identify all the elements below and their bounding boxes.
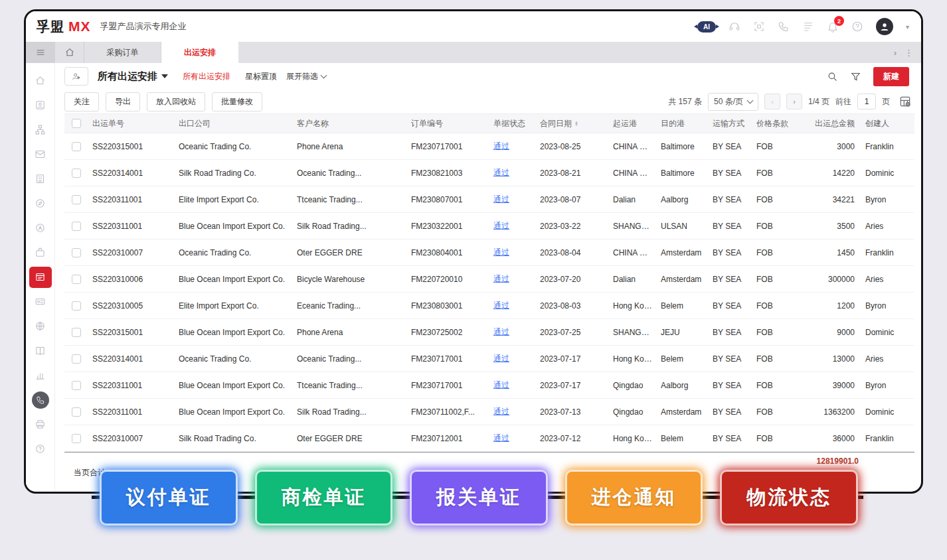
status-link[interactable]: 通过 [493, 380, 509, 389]
chevron-down-icon[interactable]: ▾ [906, 23, 909, 31]
table-row[interactable]: SS220315001 Blue Ocean Import Export Co.… [64, 319, 914, 346]
expand-filter-toggle[interactable]: 展开筛选 [286, 71, 326, 82]
toolbar-action-button[interactable]: 导出 [106, 92, 140, 111]
status-link[interactable]: 通过 [493, 433, 509, 443]
toolbar-action-button[interactable]: 放入回收站 [147, 92, 205, 111]
col-contract-date[interactable]: 合同日期 ▲▼ [536, 118, 609, 129]
workflow-step-button[interactable]: 议付单证 [100, 470, 238, 525]
row-checkbox[interactable] [72, 434, 81, 443]
sidebar-item-printer[interactable] [26, 412, 55, 437]
workspace-tab[interactable]: 出运安排 [161, 42, 238, 63]
table-row[interactable]: SS220310006 Blue Ocean Import Export Co.… [64, 266, 914, 293]
row-checkbox[interactable] [72, 275, 81, 284]
tab-more-icon[interactable]: ⋮ [904, 48, 913, 58]
row-checkbox[interactable] [72, 222, 81, 231]
status-link[interactable]: 通过 [493, 407, 509, 416]
table-row[interactable]: SS220310005 Elite Import Export Co. Ecea… [64, 293, 914, 319]
workspace-tab[interactable]: 采购订单 [84, 42, 161, 63]
sidebar-item-compass[interactable] [26, 191, 55, 216]
col-port-of-destination[interactable]: 目的港 [657, 118, 709, 129]
status-link[interactable]: 通过 [493, 141, 509, 151]
col-port-of-loading[interactable]: 起运港 [609, 118, 657, 129]
col-status[interactable]: 单据状态 [489, 118, 536, 129]
toolbar-action-button[interactable]: 批量修改 [212, 92, 262, 111]
workflow-step-button[interactable]: 商检单证 [255, 470, 393, 525]
table-row[interactable]: SS220310007 Oceanic Trading Co. Oter EGG… [64, 240, 914, 266]
sidebar-item-contacts[interactable] [26, 93, 55, 117]
status-link[interactable]: 通过 [493, 168, 509, 177]
home-tab-button[interactable] [55, 42, 84, 63]
filter-funnel-icon[interactable] [850, 71, 861, 82]
sidebar-item-company[interactable] [26, 167, 55, 191]
sidebar-item-chart[interactable] [26, 363, 55, 387]
workflow-step-button[interactable]: 进仓通知 [565, 470, 703, 525]
help-icon[interactable] [851, 21, 863, 33]
status-link[interactable]: 通过 [493, 194, 509, 204]
doc-list-icon[interactable] [802, 21, 814, 33]
status-link[interactable]: 通过 [493, 327, 509, 336]
table-row[interactable]: SS220314001 Silk Road Trading Co. Oceani… [64, 160, 914, 186]
sidebar-item-book[interactable] [26, 338, 55, 363]
row-checkbox[interactable] [72, 354, 81, 364]
status-link[interactable]: 通过 [493, 274, 509, 283]
table-row[interactable]: SS220314001 Oceanic Trading Co. Oceanic … [64, 346, 914, 372]
headset-icon[interactable] [729, 21, 740, 33]
table-row[interactable]: SS220311001 Elite Import Export Co. Ttce… [64, 186, 914, 213]
menu-toggle-button[interactable] [26, 42, 55, 63]
row-checkbox[interactable] [72, 328, 81, 337]
col-price-terms[interactable]: 价格条款 [752, 118, 798, 129]
quick-filter-link[interactable]: 星标置顶 [245, 71, 277, 82]
ai-assistant-button[interactable]: AI [697, 21, 716, 33]
workflow-step-button[interactable]: 报关单证 [410, 470, 548, 525]
next-page-button[interactable]: › [786, 94, 802, 109]
quick-filter-link[interactable]: 所有出运安排 [183, 71, 230, 82]
sidebar-item-home[interactable] [26, 68, 55, 93]
sidebar-item-globe[interactable] [26, 314, 55, 338]
col-creator[interactable]: 创建人 [859, 118, 914, 129]
sidebar-item-id-card[interactable] [26, 289, 55, 314]
sidebar-item-shipping-active[interactable] [26, 265, 55, 289]
row-checkbox[interactable] [72, 407, 81, 417]
col-total-amount[interactable]: 出运总金额 [798, 118, 859, 129]
new-record-button[interactable]: 新建 [873, 67, 909, 86]
toolbar-action-button[interactable]: 关注 [64, 92, 99, 111]
page-size-select[interactable]: 50 条/页 [708, 93, 758, 111]
status-link[interactable]: 通过 [493, 354, 509, 363]
table-row[interactable]: SS220311001 Blue Ocean Import Export Co.… [64, 399, 914, 425]
table-row[interactable]: SS220311001 Blue Ocean Import Export Co.… [64, 213, 914, 240]
row-checkbox[interactable] [72, 381, 81, 390]
sidebar-item-briefcase[interactable] [26, 240, 55, 265]
sidebar-item-target[interactable] [26, 216, 55, 240]
status-link[interactable]: 通过 [493, 301, 509, 310]
row-checkbox[interactable] [72, 169, 81, 178]
status-link[interactable]: 通过 [493, 247, 509, 257]
row-checkbox[interactable] [72, 142, 81, 151]
sidebar-item-call-dark[interactable] [26, 387, 55, 412]
sidebar-item-help[interactable] [26, 437, 55, 461]
col-order-no[interactable]: 订单编号 [407, 118, 489, 129]
bell-icon[interactable]: 2 [827, 21, 839, 33]
search-icon[interactable] [827, 71, 838, 82]
table-row[interactable]: SS220310007 Silk Road Trading Co. Oter E… [64, 425, 914, 452]
tab-scroll-right-icon[interactable]: › [894, 48, 897, 58]
workflow-step-button[interactable]: 物流状态 [720, 470, 858, 525]
prev-page-button[interactable]: ‹ [764, 94, 780, 109]
qr-scan-icon[interactable] [753, 21, 765, 33]
column-settings-icon[interactable] [899, 95, 912, 108]
view-type-icon-button[interactable] [64, 67, 88, 86]
col-shipment-no[interactable]: 出运单号 [88, 118, 175, 129]
view-selector-dropdown[interactable]: 所有出运安排 [98, 70, 168, 83]
col-customer[interactable]: 客户名称 [293, 118, 407, 129]
select-all-checkbox[interactable] [72, 119, 81, 128]
sort-icon[interactable]: ▲▼ [574, 121, 578, 126]
status-link[interactable]: 通过 [493, 221, 509, 230]
table-row[interactable]: SS220311001 Blue Ocean Import Export Co.… [64, 372, 914, 399]
table-row[interactable]: SS220315001 Oceanic Trading Co. Phone Ar… [64, 133, 914, 160]
row-checkbox[interactable] [72, 195, 81, 204]
col-transport-mode[interactable]: 运输方式 [709, 118, 752, 129]
phone-icon[interactable] [778, 21, 790, 33]
sidebar-item-org[interactable] [26, 117, 55, 142]
sidebar-item-mail[interactable] [26, 142, 55, 167]
row-checkbox[interactable] [72, 301, 81, 311]
col-exporter[interactable]: 出口公司 [175, 118, 293, 129]
